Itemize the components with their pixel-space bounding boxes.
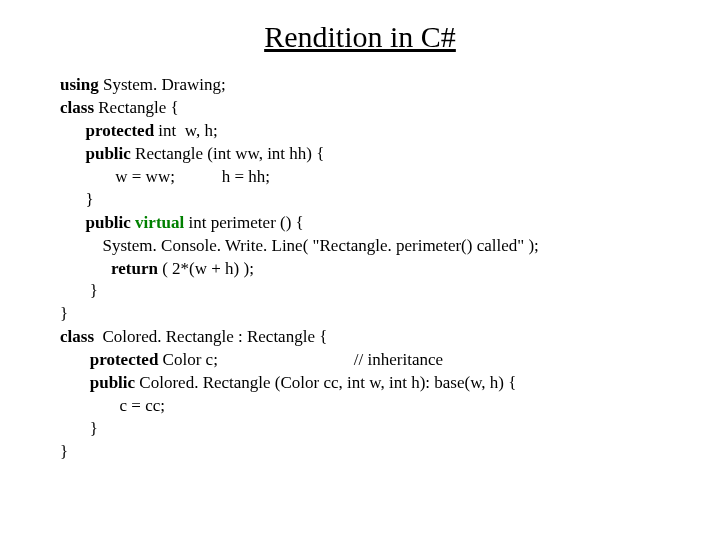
code-text: } <box>60 281 98 300</box>
code-text: Color c; // inheritance <box>158 350 443 369</box>
kw-virtual: virtual <box>135 213 184 232</box>
code-text: ( 2*(w + h) ); <box>158 259 254 278</box>
code-text: Colored. Rectangle : Rectangle { <box>94 327 327 346</box>
code-text: int perimeter () { <box>184 213 304 232</box>
kw-class: class <box>60 327 94 346</box>
kw-return: return <box>60 259 158 278</box>
code-text: } <box>60 442 68 461</box>
kw-public: public <box>60 373 139 392</box>
code-text: int w, h; <box>154 121 218 140</box>
kw-public: public <box>60 144 131 163</box>
code-text: Colored. Rectangle (Color cc, int w, int… <box>139 373 516 392</box>
slide-title: Rendition in C# <box>0 20 720 54</box>
code-text: System. Drawing; <box>99 75 226 94</box>
code-block: using System. Drawing; class Rectangle {… <box>60 74 680 464</box>
kw-class: class <box>60 98 94 117</box>
kw-public: public <box>60 213 135 232</box>
code-text: w = ww; h = hh; <box>60 167 270 186</box>
code-text: Rectangle { <box>94 98 179 117</box>
code-text: } <box>60 190 94 209</box>
code-text: c = cc; <box>60 396 165 415</box>
code-text: System. Console. Write. Line( "Rectangle… <box>60 236 539 255</box>
slide: Rendition in C# using System. Drawing; c… <box>0 20 720 540</box>
kw-protected: protected <box>60 350 158 369</box>
kw-using: using <box>60 75 99 94</box>
code-text: } <box>60 304 68 323</box>
code-text: } <box>60 419 98 438</box>
code-text: Rectangle (int ww, int hh) { <box>131 144 325 163</box>
kw-protected: protected <box>60 121 154 140</box>
